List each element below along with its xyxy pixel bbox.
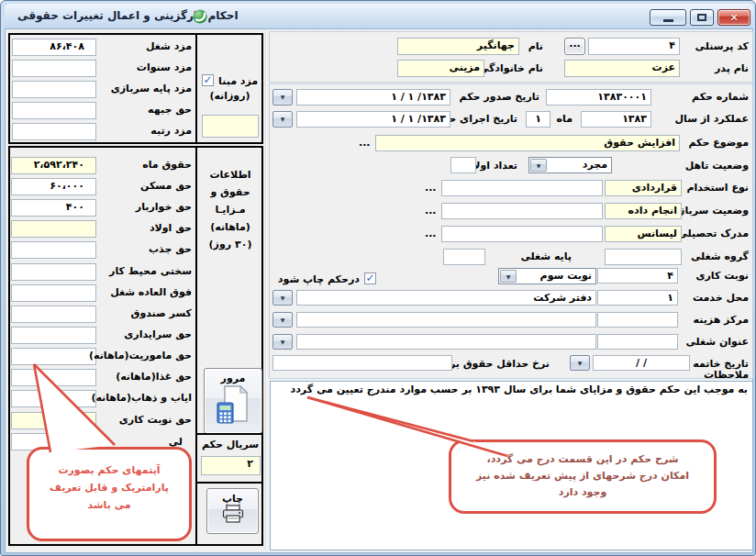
field-children-allowance[interactable] xyxy=(11,220,96,238)
close-button[interactable]: ✕ xyxy=(717,9,750,26)
degree-label: مدرک تحصیلی xyxy=(677,227,749,241)
field-front-allowance[interactable] xyxy=(12,102,96,119)
label-month-salary: حقوق ماه xyxy=(142,158,192,172)
job-title-code-field[interactable] xyxy=(597,334,678,350)
marital-status-value: مجرد xyxy=(583,159,607,171)
label-overtime-job: فوق العاده شغل xyxy=(110,285,192,300)
issue-date-field[interactable]: ۱۳۸۳/ ۱ / ۱ xyxy=(296,89,450,106)
app-logo-icon xyxy=(192,8,208,25)
decree-no-field[interactable]: ۱۳۸۳۰۰۰۱ xyxy=(546,89,651,106)
chevron-down-icon: ▼ xyxy=(281,317,285,323)
left-callout-tail xyxy=(23,361,126,456)
minimize-icon xyxy=(663,19,673,22)
children-count-field[interactable] xyxy=(450,157,476,173)
review-button[interactable]: مرور xyxy=(204,368,262,434)
field-janitor[interactable] xyxy=(11,327,96,344)
military-status-desc-field[interactable] xyxy=(441,203,603,219)
job-base-field[interactable] xyxy=(443,249,485,265)
shift-value: نوبت سوم xyxy=(540,270,592,282)
employment-type-label: نوع استخدام xyxy=(686,181,749,195)
issue-date-label: تاریخ صدور حکم xyxy=(460,90,539,105)
field-hard-conditions[interactable] xyxy=(11,263,96,281)
job-base-label: پایه شغلی xyxy=(520,250,572,264)
field-fund-deduction[interactable] xyxy=(11,306,96,323)
month-label: ماه xyxy=(557,112,573,127)
maximize-button[interactable] xyxy=(690,9,714,26)
marital-status-label: وضعیت تاهل xyxy=(685,159,749,173)
issue-date-dropdown[interactable]: ▼ xyxy=(272,89,293,106)
side-line: اطلاعات xyxy=(197,166,263,183)
minimize-button[interactable] xyxy=(650,9,686,26)
employment-more-hint: ... xyxy=(425,181,437,195)
subject-more-hint: ... xyxy=(359,136,371,150)
min-wage-label: نرخ حداقل حقوق بروز xyxy=(438,357,550,372)
check-icon: ✓ xyxy=(365,272,374,284)
print-button[interactable]: چاپ xyxy=(206,488,259,534)
shift-combo[interactable]: نوبت سوم ▼ xyxy=(498,268,596,284)
contract-end-dropdown[interactable]: ▼ xyxy=(570,355,590,371)
side-line: مـزایـا xyxy=(197,201,263,218)
side-line: (۳۰ روز) xyxy=(197,236,263,253)
performance-year-field[interactable]: ۱۳۸۳ xyxy=(581,111,651,128)
label-front-allowance: حق جبهه xyxy=(148,103,192,117)
job-group-field[interactable] xyxy=(605,249,682,265)
military-status-field[interactable]: انجام داده xyxy=(605,203,682,219)
close-icon: ✕ xyxy=(729,12,738,24)
cost-center-field[interactable] xyxy=(296,312,596,328)
employment-type-field[interactable]: قراردادی xyxy=(605,180,682,196)
degree-desc-field[interactable] xyxy=(441,226,603,242)
callout-line: آیتمهای حکم بصورت xyxy=(29,461,189,479)
name-field[interactable]: جهانگیر xyxy=(397,38,519,55)
exec-date-dropdown[interactable]: ▼ xyxy=(272,111,293,128)
label-food: حق غذا(ماهانه) xyxy=(116,370,192,384)
degree-field[interactable]: لیسانس xyxy=(605,226,682,242)
label-seniority-wage: مزد سنوات xyxy=(137,61,192,75)
month-field[interactable]: ۱ xyxy=(526,111,550,128)
field-groceries[interactable]: ۴۰۰ xyxy=(11,199,96,217)
browse-personnel-button[interactable]: ... xyxy=(564,38,585,55)
father-name-field[interactable]: عزت xyxy=(564,60,680,77)
cost-center-dropdown[interactable]: ▼ xyxy=(272,312,293,328)
service-location-field[interactable]: دفتر شرکت xyxy=(296,290,596,306)
shift-work-label: نوبت کاری xyxy=(695,269,749,284)
field-month-salary[interactable]: ۲،۵۹۲،۲۴۰ xyxy=(11,157,96,174)
field-rank-wage[interactable] xyxy=(12,123,96,140)
field-overtime-job[interactable] xyxy=(11,284,96,302)
calculator-document-icon xyxy=(216,416,250,428)
field-housing[interactable]: ۶۰،۰۰۰ xyxy=(11,178,96,195)
subject-field[interactable]: افزایش حقوق xyxy=(375,135,680,151)
contract-end-field[interactable]: / / xyxy=(593,355,690,371)
base-wage-field[interactable] xyxy=(202,115,259,138)
father-name-label: نام پدر xyxy=(715,61,749,76)
field-seniority-wage[interactable] xyxy=(12,60,96,77)
label-attraction: حق جذب xyxy=(149,242,192,257)
label-fund-deduction: کسر صندوق xyxy=(131,306,192,321)
field-attraction[interactable] xyxy=(11,241,96,259)
service-location-code-field[interactable]: ۱ xyxy=(597,290,678,306)
service-location-dropdown[interactable]: ▼ xyxy=(272,290,293,306)
chevron-down-icon: ▼ xyxy=(281,94,285,100)
personnel-code-field[interactable]: ۴ xyxy=(588,38,680,55)
chevron-down-icon: ▼ xyxy=(281,339,285,345)
service-location-label: محل خدمت xyxy=(693,291,749,306)
field-military-base-wage[interactable] xyxy=(12,81,96,98)
job-title-field[interactable] xyxy=(296,334,596,350)
exec-date-field[interactable]: ۱۳۸۳/ ۱ / ۱ xyxy=(296,111,450,128)
job-group-label: گروه شغلی xyxy=(691,250,749,264)
print-in-decree-checkbox[interactable]: ✓ xyxy=(364,272,376,284)
employment-type-desc-field[interactable] xyxy=(441,180,603,196)
base-wage-checkbox[interactable]: ✓ xyxy=(202,74,214,86)
serial-field[interactable]: ۲ xyxy=(201,456,261,475)
cost-center-code-field[interactable] xyxy=(597,312,678,328)
field-job-wage[interactable]: ۸۶،۴۰۸ xyxy=(12,39,96,56)
salary-side-caption: اطلاعات حقوق و مـزایـا (ماهانه) (۳۰ روز) xyxy=(197,166,263,253)
min-wage-field[interactable] xyxy=(272,355,452,371)
personnel-code-label: کد پرسنلی xyxy=(695,39,749,54)
job-title-dropdown[interactable]: ▼ xyxy=(272,334,293,350)
marital-status-combo[interactable]: مجرد ▼ xyxy=(528,157,612,173)
base-wage-group: مزد مبنا ✓ (روزانه) xyxy=(198,71,261,104)
chevron-down-icon: ▼ xyxy=(281,295,285,301)
family-name-field[interactable]: مزینی xyxy=(397,60,484,77)
shift-count-field[interactable]: ۴ xyxy=(597,268,678,284)
callout-line: پارامتریک و قابل تعریف xyxy=(29,479,189,496)
